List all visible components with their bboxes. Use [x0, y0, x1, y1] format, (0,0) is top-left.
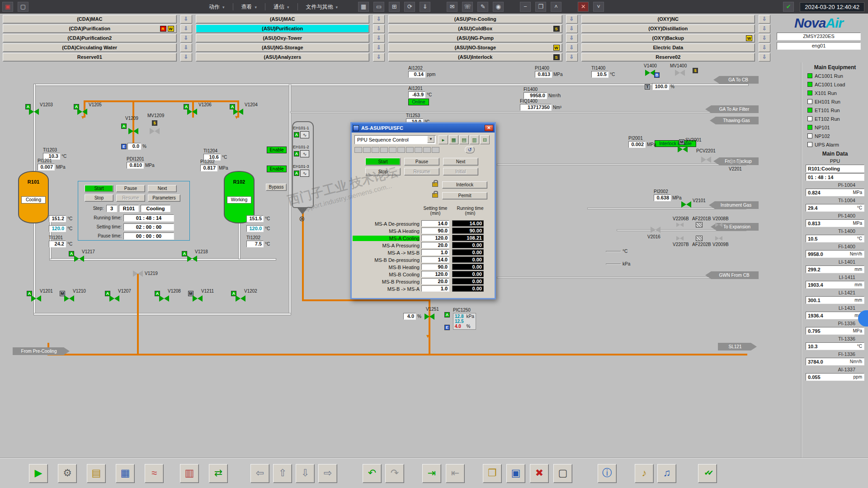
trend-button[interactable]: ≈ — [145, 464, 164, 483]
delete-button[interactable]: ✖ — [530, 464, 549, 483]
nav-arrow-button[interactable]: ⇩ — [180, 24, 192, 33]
menu-actions[interactable]: 动作 — [203, 2, 231, 12]
report-button[interactable]: ▦ — [116, 464, 135, 483]
nav-arrow-button[interactable]: ⇩ — [566, 34, 578, 43]
valve-V1251[interactable] — [425, 313, 434, 320]
nav-cda-circulating-water[interactable]: (CDA)Circulating Water — [3, 43, 177, 52]
valve-V2101[interactable] — [681, 201, 691, 208]
dialog-next-button[interactable]: Next — [443, 158, 478, 166]
valve-V2008B[interactable] — [715, 223, 722, 227]
dialog-initial-button[interactable]: Initial — [443, 168, 478, 175]
setting-time-field[interactable]: 120.0 — [421, 235, 449, 241]
setting-time-field[interactable]: 20.0 — [421, 242, 449, 248]
nav-arrow-button[interactable]: ⇩ — [180, 15, 192, 24]
setting-time-field[interactable]: 14.0 — [421, 220, 449, 227]
sequence-resume-button[interactable]: Resume — [116, 194, 145, 202]
nav-arrow-button[interactable]: ⇩ — [566, 15, 578, 24]
edit-toolbutton[interactable]: ✎ — [477, 2, 488, 12]
minimize-button[interactable]: − — [520, 2, 531, 12]
instrument-coldbox-temp[interactable]: °C — [606, 249, 627, 254]
instrument-R102-bed-temp2[interactable]: 120.0°C — [246, 225, 270, 232]
setting-time-field[interactable]: 90.0 — [421, 264, 449, 270]
valve-SV2001[interactable] — [678, 146, 688, 152]
chart-toolbutton[interactable]: ▦ — [358, 2, 369, 12]
save-button[interactable]: ▣ — [506, 464, 525, 483]
valve-V1219[interactable] — [133, 270, 143, 277]
nav-asu-purification-active[interactable]: (ASU)Purification — [196, 24, 370, 33]
nav-asu-analyzers[interactable]: (ASU)Analyzers — [196, 53, 370, 62]
valve-V1206[interactable] — [187, 109, 197, 115]
instrument-TI1203[interactable]: TI120310.3°C — [43, 147, 66, 160]
setting-time-field[interactable]: 1.0 — [421, 285, 449, 292]
instrument-R101-bed-temp2[interactable]: 120.0°C — [49, 225, 72, 232]
temperature-report-button[interactable]: ▥ — [180, 464, 199, 483]
nav-arrow-button[interactable]: ⇩ — [759, 43, 770, 52]
nav-asu-no-storage[interactable]: (ASU)NO-StorageW — [388, 43, 562, 52]
dialog-start-button[interactable]: Start — [365, 158, 401, 166]
dialog-reset-button[interactable]: ↺ — [465, 146, 475, 153]
menu-communication[interactable]: 通信 — [267, 2, 296, 12]
open-archive-button[interactable]: ❐ — [483, 464, 502, 483]
card-toolbutton[interactable]: ▭ — [373, 2, 384, 12]
refresh-toolbutton[interactable]: ⟳ — [404, 2, 415, 12]
valve-V1201[interactable] — [31, 295, 41, 302]
nav-arrow-button[interactable]: ⇩ — [373, 53, 385, 62]
heater-bypass-button[interactable]: Bypass — [266, 184, 287, 191]
valve-V1205[interactable] — [77, 109, 87, 115]
valve-V1202[interactable] — [236, 295, 245, 302]
sequence-parameters-button[interactable]: Parameters — [148, 194, 180, 202]
sequence-start-button[interactable]: Start — [85, 185, 113, 192]
nav-asu-ng-storage[interactable]: (ASU)NG-Storage — [196, 43, 370, 52]
valve-V1209[interactable] — [128, 128, 138, 134]
dialog-close-button[interactable]: ✕ — [485, 125, 493, 131]
nav-cda-purification[interactable]: (CDA)PurificationRW — [3, 24, 177, 33]
phone-toolbutton[interactable]: ☏ — [462, 2, 473, 12]
setting-time-field[interactable]: 14.0 — [421, 256, 449, 263]
instrument-PI2002[interactable]: PI20020.638MPa — [654, 189, 682, 201]
dialog-tool-list-button[interactable]: ▤ — [459, 135, 469, 144]
instrument-R102-bed-temp1[interactable]: 151.5°C — [246, 215, 270, 222]
nav-cda-purification2[interactable]: (CDA)Purification2 — [3, 34, 177, 43]
nav-arrow-button[interactable]: ⇩ — [566, 53, 578, 62]
message-toolbutton[interactable]: ✉ — [447, 2, 458, 12]
acknowledge-all-button[interactable]: ✔✔ — [698, 464, 717, 483]
horn-ack-button[interactable]: ♪ — [635, 464, 654, 483]
valve-V1203[interactable] — [29, 109, 39, 115]
valve-V1210[interactable] — [64, 295, 74, 302]
instrument-AI1202[interactable]: AI12020.14ppm — [408, 66, 435, 78]
valve-V1211[interactable] — [193, 295, 203, 302]
nav-oxy-nc[interactable]: (OXY)NC — [581, 15, 755, 24]
valve-MV1400[interactable] — [675, 70, 685, 76]
info-button[interactable]: ⓘ — [598, 464, 617, 483]
tile-button[interactable]: ❐ — [535, 2, 546, 12]
instrument-TI1400[interactable]: TI140010.5°C — [591, 66, 615, 78]
nav-asu-ng-pump[interactable]: (ASU)NG-Pump — [388, 34, 562, 43]
valve-V1400[interactable] — [645, 70, 655, 76]
setting-time-field[interactable]: 120.0 — [421, 271, 449, 277]
nav-oxy-distillation[interactable]: (OXY)Distillation — [581, 24, 755, 33]
instrument-PDI1201[interactable]: PDI12010.810MPa — [127, 156, 155, 169]
nav-cda-mac[interactable]: (CDA)MAC — [3, 15, 177, 24]
nav-arrow-button[interactable]: ⇩ — [759, 34, 770, 43]
app-icon[interactable]: ▣ — [2, 2, 13, 12]
setting-time-field[interactable]: 90.0 — [421, 227, 449, 234]
logout-button[interactable]: ⇤ — [446, 464, 465, 483]
dialog-stop-button[interactable]: Stop — [365, 168, 401, 175]
dialog-resume-button[interactable]: Resume — [404, 168, 439, 175]
nav-arrow-button[interactable]: ⇩ — [759, 53, 770, 62]
valve-V1208[interactable] — [159, 295, 169, 302]
heater-enable-button[interactable]: Enable — [267, 166, 287, 172]
valve-V2009B[interactable] — [715, 236, 722, 241]
valve-V1204[interactable] — [233, 109, 243, 115]
nav-asu-oxy-tower[interactable]: (ASU)Oxy-Tower — [196, 34, 370, 43]
instrument-coldbox-press[interactable]: kPa — [606, 261, 630, 266]
filter-AF2202B[interactable] — [696, 236, 703, 241]
instrument-PI1202[interactable]: PI12020.817MPa — [200, 159, 228, 171]
nav-asu-mac[interactable]: (ASU)MAC — [196, 15, 370, 24]
dialog-tool-table-button[interactable]: ▥ — [470, 135, 479, 144]
valve-PCV2201[interactable] — [701, 156, 711, 163]
heater-element-icon[interactable]: ∿ — [300, 131, 309, 138]
dialog-interlock-button[interactable]: Interlock — [442, 181, 487, 189]
more-button[interactable]: ˅ — [593, 2, 604, 12]
sequence-stop-button[interactable]: Stop — [85, 194, 113, 202]
